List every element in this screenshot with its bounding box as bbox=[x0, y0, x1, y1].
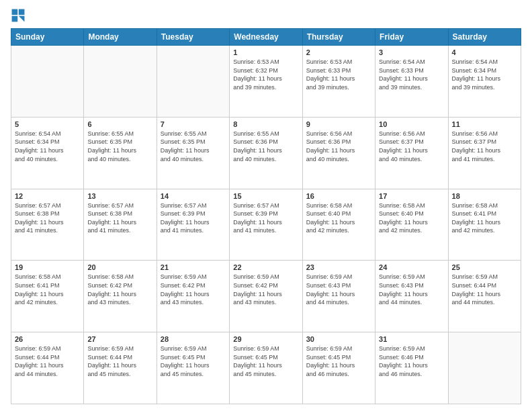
day-info: Sunrise: 6:54 AM Sunset: 6:33 PM Dayligh… bbox=[379, 58, 444, 91]
day-number: 31 bbox=[379, 335, 444, 343]
calendar-cell bbox=[448, 332, 521, 404]
svg-rect-0 bbox=[12, 9, 18, 15]
day-info: Sunrise: 6:54 AM Sunset: 6:34 PM Dayligh… bbox=[452, 58, 517, 91]
calendar-cell bbox=[157, 46, 229, 118]
calendar-cell bbox=[84, 46, 157, 118]
day-number: 10 bbox=[379, 120, 444, 128]
calendar-cell: 27Sunrise: 6:59 AM Sunset: 6:44 PM Dayli… bbox=[84, 332, 157, 404]
day-number: 4 bbox=[452, 48, 517, 56]
day-info: Sunrise: 6:59 AM Sunset: 6:46 PM Dayligh… bbox=[379, 345, 444, 378]
svg-rect-1 bbox=[19, 9, 25, 15]
day-info: Sunrise: 6:56 AM Sunset: 6:37 PM Dayligh… bbox=[379, 130, 444, 163]
calendar-cell: 4Sunrise: 6:54 AM Sunset: 6:34 PM Daylig… bbox=[448, 46, 521, 118]
calendar-cell: 31Sunrise: 6:59 AM Sunset: 6:46 PM Dayli… bbox=[375, 332, 448, 404]
day-info: Sunrise: 6:59 AM Sunset: 6:42 PM Dayligh… bbox=[161, 273, 226, 306]
day-info: Sunrise: 6:53 AM Sunset: 6:32 PM Dayligh… bbox=[233, 58, 298, 91]
day-info: Sunrise: 6:57 AM Sunset: 6:39 PM Dayligh… bbox=[161, 201, 226, 235]
day-number: 19 bbox=[15, 263, 80, 271]
calendar-cell: 23Sunrise: 6:59 AM Sunset: 6:43 PM Dayli… bbox=[302, 261, 375, 332]
day-info: Sunrise: 6:57 AM Sunset: 6:39 PM Dayligh… bbox=[233, 201, 298, 235]
day-number: 5 bbox=[15, 120, 80, 128]
day-info: Sunrise: 6:58 AM Sunset: 6:40 PM Dayligh… bbox=[306, 201, 371, 235]
day-info: Sunrise: 6:56 AM Sunset: 6:37 PM Dayligh… bbox=[452, 130, 517, 163]
calendar-cell: 12Sunrise: 6:57 AM Sunset: 6:38 PM Dayli… bbox=[11, 189, 84, 261]
calendar-table: SundayMondayTuesdayWednesdayThursdayFrid… bbox=[11, 28, 521, 404]
day-info: Sunrise: 6:59 AM Sunset: 6:43 PM Dayligh… bbox=[379, 273, 444, 306]
svg-marker-3 bbox=[19, 16, 25, 22]
calendar-cell: 26Sunrise: 6:59 AM Sunset: 6:44 PM Dayli… bbox=[11, 332, 84, 404]
day-number: 25 bbox=[452, 263, 517, 271]
day-number: 15 bbox=[233, 192, 298, 200]
day-number: 26 bbox=[15, 335, 80, 343]
calendar-cell: 18Sunrise: 6:58 AM Sunset: 6:41 PM Dayli… bbox=[448, 189, 521, 261]
day-info: Sunrise: 6:59 AM Sunset: 6:43 PM Dayligh… bbox=[306, 273, 371, 306]
day-number: 18 bbox=[452, 192, 517, 200]
day-number: 27 bbox=[87, 335, 152, 343]
day-info: Sunrise: 6:59 AM Sunset: 6:44 PM Dayligh… bbox=[452, 273, 517, 306]
day-number: 24 bbox=[379, 263, 444, 271]
calendar-cell: 15Sunrise: 6:57 AM Sunset: 6:39 PM Dayli… bbox=[230, 189, 302, 261]
weekday-header: Sunday bbox=[11, 29, 84, 46]
weekday-header: Friday bbox=[375, 29, 448, 46]
calendar-cell: 7Sunrise: 6:55 AM Sunset: 6:35 PM Daylig… bbox=[157, 117, 229, 189]
day-number: 3 bbox=[379, 48, 444, 56]
calendar-cell: 22Sunrise: 6:59 AM Sunset: 6:42 PM Dayli… bbox=[230, 261, 302, 332]
svg-rect-2 bbox=[12, 16, 18, 22]
calendar-cell: 21Sunrise: 6:59 AM Sunset: 6:42 PM Dayli… bbox=[157, 261, 229, 332]
day-info: Sunrise: 6:58 AM Sunset: 6:41 PM Dayligh… bbox=[15, 273, 80, 306]
calendar-cell: 17Sunrise: 6:58 AM Sunset: 6:40 PM Dayli… bbox=[375, 189, 448, 261]
day-info: Sunrise: 6:57 AM Sunset: 6:38 PM Dayligh… bbox=[87, 201, 152, 235]
weekday-header: Thursday bbox=[302, 29, 375, 46]
day-info: Sunrise: 6:59 AM Sunset: 6:44 PM Dayligh… bbox=[15, 345, 80, 378]
day-number: 2 bbox=[306, 48, 371, 56]
day-info: Sunrise: 6:58 AM Sunset: 6:41 PM Dayligh… bbox=[452, 201, 517, 235]
day-info: Sunrise: 6:59 AM Sunset: 6:45 PM Dayligh… bbox=[306, 345, 371, 378]
day-number: 7 bbox=[161, 120, 226, 128]
day-info: Sunrise: 6:58 AM Sunset: 6:42 PM Dayligh… bbox=[87, 273, 152, 306]
day-info: Sunrise: 6:58 AM Sunset: 6:40 PM Dayligh… bbox=[379, 201, 444, 235]
day-number: 9 bbox=[306, 120, 371, 128]
calendar-cell: 25Sunrise: 6:59 AM Sunset: 6:44 PM Dayli… bbox=[448, 261, 521, 332]
day-info: Sunrise: 6:53 AM Sunset: 6:33 PM Dayligh… bbox=[306, 58, 371, 91]
day-number: 21 bbox=[161, 263, 226, 271]
calendar-cell: 13Sunrise: 6:57 AM Sunset: 6:38 PM Dayli… bbox=[84, 189, 157, 261]
day-info: Sunrise: 6:59 AM Sunset: 6:42 PM Dayligh… bbox=[233, 273, 298, 306]
day-info: Sunrise: 6:59 AM Sunset: 6:45 PM Dayligh… bbox=[161, 345, 226, 378]
day-number: 17 bbox=[379, 192, 444, 200]
day-number: 29 bbox=[233, 335, 298, 343]
calendar-cell: 20Sunrise: 6:58 AM Sunset: 6:42 PM Dayli… bbox=[84, 261, 157, 332]
day-info: Sunrise: 6:55 AM Sunset: 6:35 PM Dayligh… bbox=[161, 130, 226, 163]
day-number: 16 bbox=[306, 192, 371, 200]
day-number: 14 bbox=[161, 192, 226, 200]
logo bbox=[11, 8, 27, 23]
calendar-cell: 19Sunrise: 6:58 AM Sunset: 6:41 PM Dayli… bbox=[11, 261, 84, 332]
calendar-cell: 8Sunrise: 6:55 AM Sunset: 6:36 PM Daylig… bbox=[230, 117, 302, 189]
calendar-cell: 29Sunrise: 6:59 AM Sunset: 6:45 PM Dayli… bbox=[230, 332, 302, 404]
calendar-cell: 5Sunrise: 6:54 AM Sunset: 6:34 PM Daylig… bbox=[11, 117, 84, 189]
day-number: 23 bbox=[306, 263, 371, 271]
calendar-cell: 28Sunrise: 6:59 AM Sunset: 6:45 PM Dayli… bbox=[157, 332, 229, 404]
day-info: Sunrise: 6:56 AM Sunset: 6:36 PM Dayligh… bbox=[306, 130, 371, 163]
calendar-cell: 30Sunrise: 6:59 AM Sunset: 6:45 PM Dayli… bbox=[302, 332, 375, 404]
page: SundayMondayTuesdayWednesdayThursdayFrid… bbox=[0, 0, 532, 411]
calendar-cell: 3Sunrise: 6:54 AM Sunset: 6:33 PM Daylig… bbox=[375, 46, 448, 118]
calendar-cell: 11Sunrise: 6:56 AM Sunset: 6:37 PM Dayli… bbox=[448, 117, 521, 189]
day-number: 8 bbox=[233, 120, 298, 128]
day-info: Sunrise: 6:57 AM Sunset: 6:38 PM Dayligh… bbox=[15, 201, 80, 235]
calendar-cell: 10Sunrise: 6:56 AM Sunset: 6:37 PM Dayli… bbox=[375, 117, 448, 189]
day-info: Sunrise: 6:59 AM Sunset: 6:45 PM Dayligh… bbox=[233, 345, 298, 378]
day-number: 13 bbox=[87, 192, 152, 200]
calendar-cell: 2Sunrise: 6:53 AM Sunset: 6:33 PM Daylig… bbox=[302, 46, 375, 118]
calendar-cell: 24Sunrise: 6:59 AM Sunset: 6:43 PM Dayli… bbox=[375, 261, 448, 332]
day-number: 22 bbox=[233, 263, 298, 271]
logo-icon bbox=[11, 8, 26, 23]
weekday-header: Tuesday bbox=[157, 29, 229, 46]
day-info: Sunrise: 6:54 AM Sunset: 6:34 PM Dayligh… bbox=[15, 130, 80, 163]
day-number: 30 bbox=[306, 335, 371, 343]
calendar-cell: 6Sunrise: 6:55 AM Sunset: 6:35 PM Daylig… bbox=[84, 117, 157, 189]
day-number: 1 bbox=[233, 48, 298, 56]
weekday-header: Wednesday bbox=[230, 29, 302, 46]
day-info: Sunrise: 6:59 AM Sunset: 6:44 PM Dayligh… bbox=[87, 345, 152, 378]
day-number: 20 bbox=[87, 263, 152, 271]
day-number: 6 bbox=[87, 120, 152, 128]
